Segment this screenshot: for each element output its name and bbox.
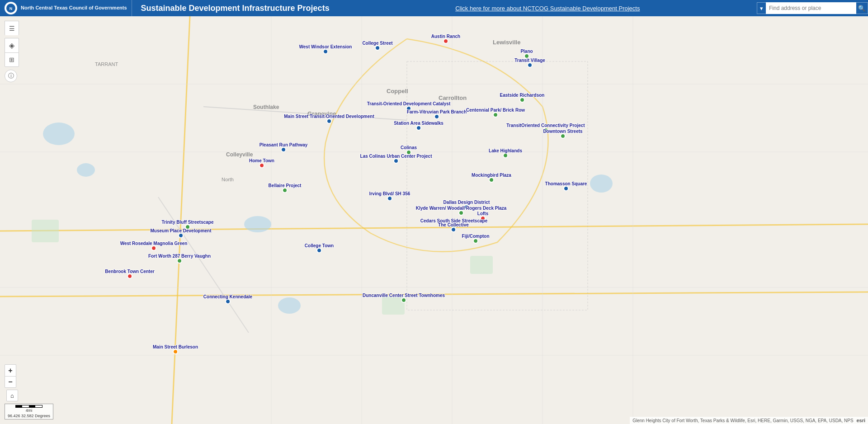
search-type-dropdown[interactable]: ▾ bbox=[757, 2, 766, 14]
marker-p11[interactable] bbox=[416, 125, 421, 131]
marker-p17[interactable] bbox=[393, 158, 399, 164]
chevron-down-icon: ▾ bbox=[760, 5, 763, 12]
basemap-icon: ⊞ bbox=[9, 56, 14, 63]
marker-p24[interactable] bbox=[458, 210, 464, 216]
coordinates-display: 96.426 32.582 Degrees bbox=[8, 414, 50, 418]
marker-p21[interactable] bbox=[282, 188, 288, 193]
marker-p9[interactable] bbox=[493, 112, 498, 118]
marker-p16[interactable] bbox=[406, 150, 411, 155]
marker-p32[interactable] bbox=[473, 238, 478, 244]
info-link[interactable]: Click here for more about NCTCOG Sustain… bbox=[339, 5, 757, 12]
layers-icon: ◈ bbox=[9, 41, 14, 50]
marker-p13[interactable] bbox=[560, 133, 566, 139]
marker-p29[interactable] bbox=[451, 227, 456, 232]
marker-p36[interactable] bbox=[401, 297, 406, 303]
marker-p27[interactable] bbox=[178, 233, 184, 238]
marker-p1[interactable] bbox=[375, 45, 380, 51]
logo-area: N North Central Texas Council of Governm… bbox=[0, 0, 132, 16]
marker-p10[interactable] bbox=[326, 118, 332, 124]
zoom-out-button[interactable]: − bbox=[5, 376, 16, 388]
left-toolbar: ☰ ◈ ⊞ ⓘ bbox=[5, 21, 19, 82]
search-area: ▾ 🔍 bbox=[757, 0, 868, 16]
list-view-button[interactable]: ☰ bbox=[5, 21, 19, 35]
search-input[interactable] bbox=[766, 2, 856, 14]
org-name: North Central Texas Council of Governmen… bbox=[21, 5, 127, 11]
basemap-button[interactable]: ⊞ bbox=[5, 52, 19, 67]
marker-p34[interactable] bbox=[127, 273, 132, 279]
esri-logo: esri bbox=[856, 418, 865, 423]
marker-p35[interactable] bbox=[225, 299, 231, 304]
marker-p12[interactable] bbox=[543, 127, 548, 133]
scale-bar: 4mi 96.426 32.582 Degrees bbox=[5, 404, 53, 419]
zoom-in-button[interactable]: + bbox=[5, 364, 16, 376]
marker-p30[interactable] bbox=[151, 245, 156, 251]
marker-p20[interactable] bbox=[563, 186, 569, 191]
svg-text:N: N bbox=[9, 6, 13, 11]
layers-button[interactable]: ◈ bbox=[5, 38, 19, 52]
marker-p19[interactable] bbox=[259, 163, 264, 168]
app-title: Sustainable Development Infrastructure P… bbox=[132, 4, 339, 13]
marker-p6[interactable] bbox=[519, 97, 525, 103]
home-extent-button[interactable]: ⌂ bbox=[6, 390, 18, 401]
marker-p18[interactable] bbox=[489, 177, 494, 183]
marker-p14[interactable] bbox=[281, 147, 286, 152]
map-container[interactable]: TARRANT Lewisville Coppell Carrollton So… bbox=[0, 16, 868, 424]
marker-p15[interactable] bbox=[503, 153, 508, 158]
marker-p7[interactable] bbox=[406, 106, 411, 111]
marker-p3[interactable] bbox=[443, 38, 448, 44]
home-icon: ⌂ bbox=[10, 392, 14, 399]
map-background bbox=[0, 16, 868, 424]
list-icon: ☰ bbox=[9, 25, 15, 32]
marker-p31[interactable] bbox=[316, 248, 322, 253]
scale-label: 4mi bbox=[26, 408, 33, 413]
marker-p37[interactable] bbox=[173, 349, 178, 354]
marker-p5[interactable] bbox=[527, 62, 533, 68]
info-icon: ⓘ bbox=[8, 72, 14, 80]
marker-p25[interactable] bbox=[480, 216, 486, 221]
zoom-controls: + − ⌂ bbox=[5, 364, 18, 401]
marker-p8[interactable] bbox=[434, 114, 439, 119]
search-button[interactable]: 🔍 bbox=[856, 2, 868, 14]
org-logo: N bbox=[5, 2, 17, 14]
marker-p23[interactable] bbox=[464, 204, 469, 210]
marker-p26[interactable] bbox=[185, 224, 190, 230]
marker-p2[interactable] bbox=[323, 49, 328, 54]
info-button[interactable]: ⓘ bbox=[5, 70, 17, 82]
attribution: Glenn Heights City of Fort Worth, Texas … bbox=[630, 417, 868, 424]
app-header: N North Central Texas Council of Governm… bbox=[0, 0, 868, 16]
marker-p4[interactable] bbox=[524, 53, 529, 59]
marker-p33[interactable] bbox=[177, 258, 182, 264]
marker-p22[interactable] bbox=[387, 196, 392, 201]
search-icon: 🔍 bbox=[858, 5, 866, 12]
